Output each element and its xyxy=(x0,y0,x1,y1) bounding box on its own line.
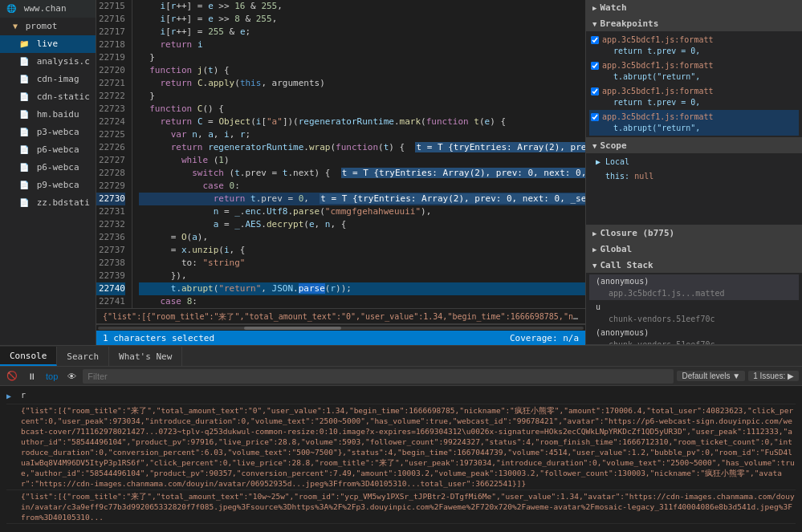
code-content: i[r++] = e >> 16 & 255, i[r++] = e >> 8 … xyxy=(132,0,585,308)
coverage-status: Coverage: n/a xyxy=(510,333,579,343)
global-chevron-icon: ▶ xyxy=(592,246,596,254)
file-tree-sidebar: 🌐 www.chan ▼ promot 📁 live 📄 analysis.c … xyxy=(0,0,96,345)
tab-console[interactable]: Console xyxy=(0,347,57,366)
scope-content: ▶ Local this: null xyxy=(586,153,802,185)
breakpoints-chevron-icon: ▼ xyxy=(592,20,596,28)
line-numbers: 22715227162271722718 2271922720227212272… xyxy=(96,0,132,308)
folder-icon: 📁 xyxy=(19,39,29,48)
watch-section: ▶ Watch xyxy=(586,0,802,16)
breakpoint-item-2: app.3c5bdcf1.js:formatt t.abrupt("return… xyxy=(589,59,799,84)
code-line: return C.apply(this, arguments) xyxy=(139,77,585,90)
code-line: i[r++] = 255 & e; xyxy=(139,26,585,39)
breakpoints-header[interactable]: ▼ Breakpoints xyxy=(586,16,802,31)
status-bar-right: Coverage: n/a xyxy=(510,333,579,343)
console-output: ▶ r {"list":[{"room_title":"来了","total_a… xyxy=(0,386,802,532)
console-filter-input[interactable] xyxy=(83,369,674,384)
breakpoint-item-4: app.3c5bdcf1.js:formatt t.abrupt("return… xyxy=(589,110,799,136)
breakpoint-checkbox-3[interactable] xyxy=(591,87,599,95)
code-line: case 0: xyxy=(139,180,585,193)
sidebar-item-analysis[interactable]: 📄 analysis.c xyxy=(0,53,96,71)
file-icon: 📄 xyxy=(19,110,29,119)
code-line: function j(t) { xyxy=(139,64,585,77)
tab-whats-new[interactable]: What's New xyxy=(109,347,182,366)
code-editor: 22715227162271722718 2271922720227212272… xyxy=(96,0,585,345)
global-header[interactable]: ▶ Global xyxy=(586,242,802,257)
console-line-prompt: ▶ r xyxy=(6,389,796,404)
sidebar-item-p3-webca[interactable]: 📄 p3-webca xyxy=(0,124,96,141)
editor-status-bar: 1 characters selected Coverage: n/a xyxy=(96,331,585,345)
file-icon: 📄 xyxy=(19,145,29,154)
console-output-arrow xyxy=(6,405,16,418)
closure-chevron-icon: ▶ xyxy=(592,229,596,238)
code-line: = O(a), xyxy=(139,231,585,244)
sidebar-item-promot[interactable]: ▼ promot xyxy=(0,18,96,35)
breakpoint-checkbox-1[interactable] xyxy=(591,36,599,44)
file-icon: 📄 xyxy=(19,92,29,101)
callstack-item-3[interactable]: (anonymous) chunk-vendors.51eef70c xyxy=(589,326,799,345)
main-area: 🌐 www.chan ▼ promot 📁 live 📄 analysis.c … xyxy=(0,0,802,345)
scope-this: this: null xyxy=(589,169,799,184)
code-line: return t.prev = 0, t = T {tryEntries: Ar… xyxy=(139,193,585,205)
callstack-header[interactable]: ▼ Call Stack xyxy=(586,258,802,273)
code-line-highlighted: t.abrupt("return", JSON.parse(r)); xyxy=(139,282,585,295)
devtools-right-panel: ▶ Watch ▼ Breakpoints app.3c5bdcf1.js:fo… xyxy=(585,0,802,345)
code-line: i[r++] = e >> 16 & 255, xyxy=(139,0,585,13)
callstack-content: (anonymous) app.3c5bdcf1.js...matted u c… xyxy=(586,273,802,345)
console-tabs: Console Search What's New xyxy=(0,346,802,367)
json-output-bar: {"list":[{"room_title":"来了","total_amoun… xyxy=(96,308,585,324)
console-line-output-1: {"list":[{"room_title":"来了","total_amoun… xyxy=(6,404,796,490)
code-line: while (1) xyxy=(139,154,585,167)
code-line: return C = Object(i["a"])(regeneratorRun… xyxy=(139,116,585,128)
issues-button[interactable]: 1 Issues: ▶ xyxy=(748,371,799,381)
file-icon: 📄 xyxy=(19,75,29,83)
console-output-arrow-2 xyxy=(6,491,16,504)
scope-section: ▼ Scope ▶ Local this: null xyxy=(586,138,802,225)
sidebar-item-p6-webca-2[interactable]: 📄 p6-webca xyxy=(0,159,96,177)
selection-status: 1 characters selected xyxy=(103,333,214,343)
breakpoints-section: ▼ Breakpoints app.3c5bdcf1.js:formatt re… xyxy=(586,16,802,138)
default-levels-button[interactable]: Default levels ▼ xyxy=(677,371,745,381)
console-toolbar: 🚫 ⏸ top 👁 Default levels ▼ 1 Issues: ▶ xyxy=(0,367,802,386)
callstack-item-2[interactable]: u chunk-vendors.51eef70c xyxy=(589,300,799,326)
tab-search[interactable]: Search xyxy=(57,347,109,366)
closure-header[interactable]: ▶ Closure (b775) xyxy=(586,225,802,241)
breakpoint-checkbox-2[interactable] xyxy=(591,62,599,70)
sidebar-item-live[interactable]: 📁 live xyxy=(0,35,96,53)
callstack-chevron-icon: ▼ xyxy=(592,262,596,270)
sidebar-item-cdn-imag[interactable]: 📄 cdn-imag xyxy=(0,71,96,88)
sidebar-item-cdn-static[interactable]: 📄 cdn-static xyxy=(0,88,96,106)
code-line: to: "string" xyxy=(139,257,585,270)
sidebar-item-zz-bdstati[interactable]: 📄 zz.bdstati xyxy=(0,194,96,212)
file-icon: 📄 xyxy=(19,57,29,66)
breakpoint-item-1: app.3c5bdcf1.js:formatt return t.prev = … xyxy=(589,33,799,59)
eye-icon-button[interactable]: 👁 xyxy=(64,371,79,382)
scope-local: ▶ Local xyxy=(589,155,799,169)
callstack-item-1[interactable]: (anonymous) app.3c5bdcf1.js...matted xyxy=(589,274,799,300)
code-line: function C() { xyxy=(139,103,585,116)
closure-section: ▶ Closure (b775) xyxy=(586,225,802,242)
breakpoint-checkbox-4[interactable] xyxy=(591,113,599,121)
sidebar-item-p6-webca-1[interactable]: 📄 p6-webca xyxy=(0,141,96,159)
folder-open-icon: ▼ xyxy=(13,22,18,30)
pause-on-exception-button[interactable]: ⏸ xyxy=(24,371,39,382)
console-prompt-icon: ▶ xyxy=(6,390,16,403)
code-line: case 8: xyxy=(139,295,585,308)
console-area: Console Search What's New 🚫 ⏸ top 👁 Defa… xyxy=(0,345,802,532)
sidebar-item-www[interactable]: 🌐 www.chan xyxy=(0,0,96,18)
clear-console-button[interactable]: 🚫 xyxy=(3,370,21,382)
code-container: 22715227162271722718 2271922720227212272… xyxy=(96,0,585,308)
file-icon: 📄 xyxy=(19,163,29,172)
code-line: var n, a, i, r; xyxy=(139,128,585,141)
file-icon: 📄 xyxy=(19,128,29,136)
top-context-button[interactable]: top xyxy=(43,371,61,382)
watch-header[interactable]: ▶ Watch xyxy=(586,0,802,15)
globe-icon: 🌐 xyxy=(6,4,16,13)
code-line: = x.unzip(i, { xyxy=(139,244,585,257)
sidebar-item-p9-webca[interactable]: 📄 p9-webca xyxy=(0,177,96,194)
code-line: return regeneratorRuntime.wrap(function(… xyxy=(139,141,585,154)
code-line: } xyxy=(139,90,585,103)
breakpoints-content: app.3c5bdcf1.js:formatt return t.prev = … xyxy=(586,31,802,137)
sidebar-item-hm-baidu[interactable]: 📄 hm.baidu xyxy=(0,106,96,124)
file-icon: 📄 xyxy=(19,198,29,207)
scope-header[interactable]: ▼ Scope xyxy=(586,138,802,153)
